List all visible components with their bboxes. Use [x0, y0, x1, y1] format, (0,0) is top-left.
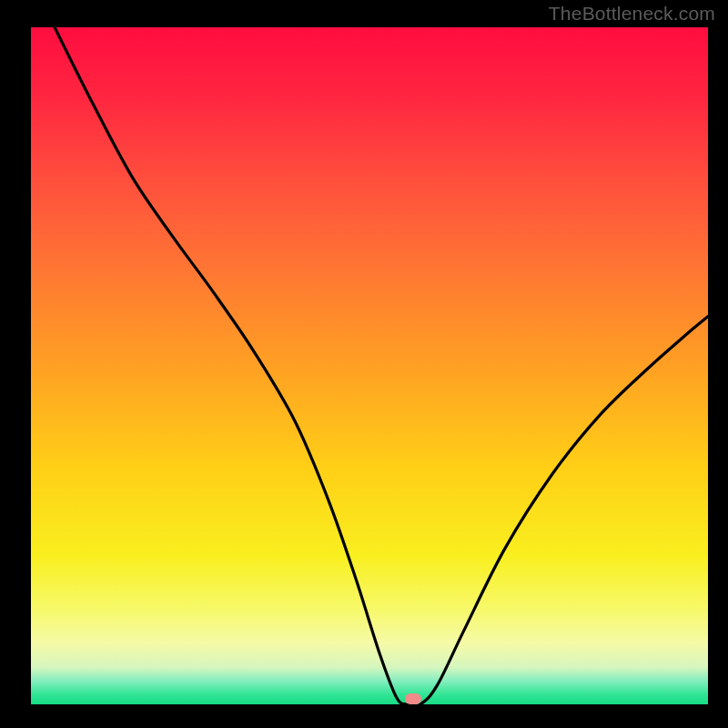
bottleneck-marker	[405, 693, 421, 704]
chart-frame: TheBottleneck.com	[0, 0, 728, 728]
bottleneck-curve	[31, 27, 708, 704]
plot-area	[31, 27, 708, 704]
watermark-text: TheBottleneck.com	[549, 3, 715, 25]
